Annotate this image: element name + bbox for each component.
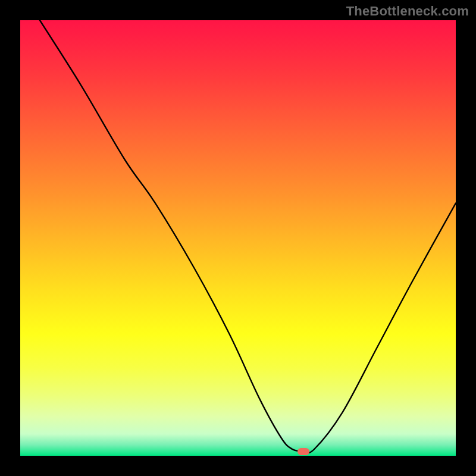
watermark-text: TheBottleneck.com: [346, 4, 469, 19]
curve-layer: [20, 20, 456, 456]
plot-area: [20, 20, 456, 456]
bottleneck-curve: [40, 20, 456, 453]
chart-frame: TheBottleneck.com: [0, 0, 476, 476]
optimal-marker: [298, 448, 309, 455]
